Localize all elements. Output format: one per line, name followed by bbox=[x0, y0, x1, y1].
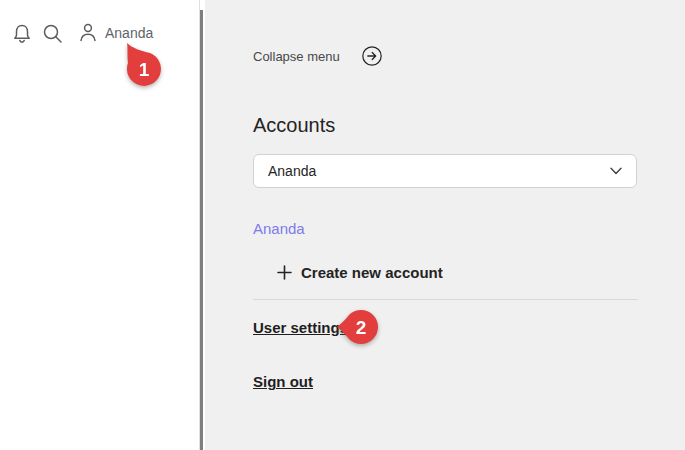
plus-icon bbox=[277, 265, 292, 280]
collapse-menu-label: Collapse menu bbox=[253, 49, 340, 64]
accounts-heading: Accounts bbox=[253, 114, 335, 137]
section-divider bbox=[253, 299, 638, 300]
app-root: Ananda Collapse menu Accounts Ananda Ana… bbox=[0, 0, 685, 450]
vertical-scrollbar[interactable] bbox=[200, 10, 203, 450]
callout-step-1-badge: 1 bbox=[121, 42, 163, 88]
collapse-menu-button[interactable]: Collapse menu bbox=[253, 45, 383, 67]
sign-out-link[interactable]: Sign out bbox=[253, 373, 313, 390]
profile-username: Ananda bbox=[105, 23, 153, 43]
chevron-down-icon bbox=[610, 167, 622, 175]
person-icon bbox=[78, 22, 98, 43]
create-account-button[interactable]: Create new account bbox=[277, 264, 443, 281]
profile-button[interactable]: Ananda bbox=[78, 22, 153, 43]
user-settings-link[interactable]: User settings bbox=[253, 319, 348, 336]
create-account-label: Create new account bbox=[301, 264, 443, 281]
callout-step-1-number: 1 bbox=[139, 59, 150, 80]
arrow-right-circle-icon bbox=[361, 45, 383, 67]
callout-step-2-badge: 2 bbox=[336, 308, 380, 348]
search-button[interactable] bbox=[42, 23, 63, 44]
account-selector[interactable]: Ananda bbox=[253, 154, 637, 188]
account-menu-panel: Collapse menu Accounts Ananda Ananda Cre… bbox=[205, 0, 685, 450]
left-panel: Ananda bbox=[0, 0, 199, 450]
search-icon bbox=[42, 23, 63, 44]
notifications-button[interactable] bbox=[12, 23, 32, 45]
account-selector-value: Ananda bbox=[268, 163, 610, 179]
bell-icon bbox=[12, 23, 32, 45]
current-account-name: Ananda bbox=[253, 220, 305, 237]
callout-step-2-number: 2 bbox=[356, 317, 367, 338]
